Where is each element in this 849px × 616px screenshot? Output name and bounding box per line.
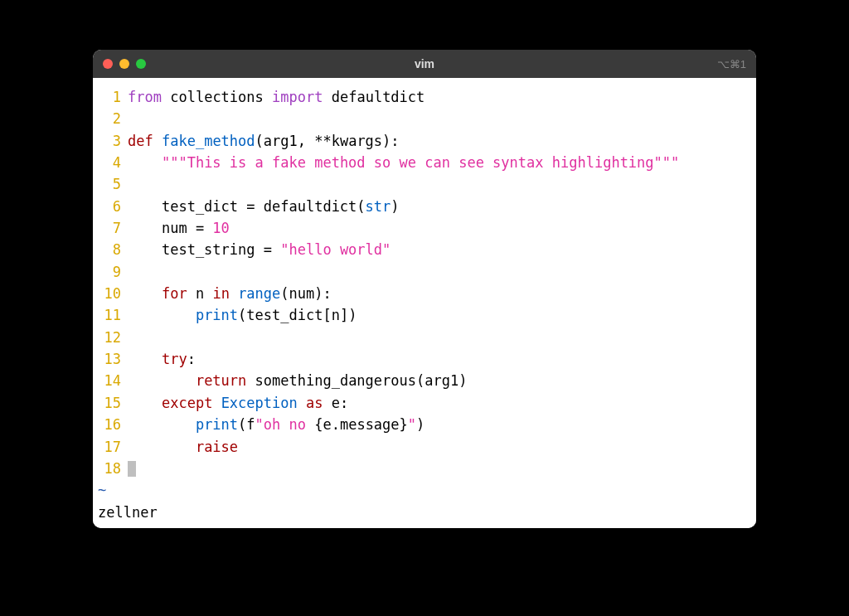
token	[264, 89, 272, 105]
token: return	[196, 372, 246, 389]
line-number: 18	[93, 458, 128, 479]
code-content: return something_dangerous(arg1)	[128, 370, 756, 391]
token: num =	[128, 220, 212, 236]
code-line: 1from collections import defaultdict	[93, 86, 756, 108]
code-line: 13 try:	[93, 348, 756, 370]
code-line: 14 return something_dangerous(arg1)	[93, 370, 756, 391]
token: collections	[170, 89, 264, 105]
code-content: from collections import defaultdict	[128, 86, 756, 108]
code-line: 5	[93, 173, 756, 195]
line-number: 17	[93, 436, 128, 458]
token	[128, 439, 196, 455]
code-line: 6 test_dict = defaultdict(str)	[93, 196, 756, 217]
line-number: 13	[93, 348, 128, 370]
token	[323, 89, 331, 105]
token: (test_dict[n])	[238, 307, 357, 323]
code-line: 11 print(test_dict[n])	[93, 304, 756, 326]
token	[128, 395, 162, 411]
line-number: 15	[93, 392, 128, 414]
token: Exception	[221, 395, 298, 411]
window-title: vim	[93, 57, 756, 70]
token	[230, 285, 238, 302]
token: try	[162, 351, 187, 367]
code-line: 2	[93, 108, 756, 129]
token: "	[408, 416, 416, 433]
code-line: 4 """This is a fake method so we can see…	[93, 152, 756, 173]
token	[212, 395, 221, 411]
code-content	[128, 458, 756, 479]
line-number: 3	[93, 130, 128, 152]
line-number: 11	[93, 304, 128, 326]
line-number: 6	[93, 196, 128, 217]
line-number: 9	[93, 261, 128, 283]
code-line: 16 print(f"oh no {e.message}")	[93, 414, 756, 435]
minimize-icon[interactable]	[119, 59, 129, 69]
token: )	[391, 198, 399, 215]
token: (f	[238, 416, 255, 433]
token: "oh no	[255, 416, 315, 433]
line-number: 16	[93, 414, 128, 435]
code-lines: 1from collections import defaultdict23de…	[93, 86, 756, 479]
code-line: 10 for n in range(num):	[93, 283, 756, 304]
titlebar: vim ⌥⌘1	[93, 50, 756, 78]
line-number: 14	[93, 370, 128, 391]
token	[128, 307, 196, 323]
status-line: zellner	[93, 502, 756, 528]
token: 10	[212, 220, 229, 236]
line-number: 8	[93, 239, 128, 260]
token: defaultdict	[332, 89, 425, 105]
token: something_dangerous(arg1)	[246, 372, 467, 389]
token: str	[366, 198, 391, 215]
token	[128, 154, 162, 171]
code-content	[128, 327, 756, 348]
token	[128, 416, 196, 433]
token: (arg1, **kwargs):	[255, 133, 400, 149]
token: def	[128, 133, 153, 149]
terminal-window: vim ⌥⌘1 1from collections import default…	[93, 50, 756, 528]
code-content: num = 10	[128, 217, 756, 239]
window-controls	[103, 59, 146, 69]
token	[162, 89, 170, 105]
code-line: 17 raise	[93, 436, 756, 458]
token	[298, 395, 306, 411]
line-number: 4	[93, 152, 128, 173]
token: (num):	[280, 285, 331, 302]
code-content: """This is a fake method so we can see s…	[128, 152, 756, 173]
code-content: except Exception as e:	[128, 392, 756, 414]
code-line: 8 test_string = "hello world"	[93, 239, 756, 260]
code-line: 15 except Exception as e:	[93, 392, 756, 414]
code-content: def fake_method(arg1, **kwargs):	[128, 130, 756, 152]
code-line: 9	[93, 261, 756, 283]
code-content: raise	[128, 436, 756, 458]
token: :	[187, 351, 196, 367]
token	[128, 285, 162, 302]
token	[128, 351, 162, 367]
window-shortcut-label: ⌥⌘1	[717, 58, 746, 70]
token: print	[196, 416, 238, 433]
code-line: 18	[93, 458, 756, 479]
token: except	[162, 395, 212, 411]
code-line: 7 num = 10	[93, 217, 756, 239]
code-content	[128, 173, 756, 195]
token: print	[196, 307, 238, 323]
line-number: 10	[93, 283, 128, 304]
code-content: test_string = "hello world"	[128, 239, 756, 260]
token: from	[128, 89, 162, 105]
code-content: for n in range(num):	[128, 283, 756, 304]
token: raise	[196, 439, 238, 455]
line-number: 2	[93, 108, 128, 129]
close-icon[interactable]	[103, 59, 113, 69]
line-number: 5	[93, 173, 128, 195]
line-number: 12	[93, 327, 128, 348]
token: in	[212, 285, 229, 302]
token: test_dict = defaultdict(	[128, 198, 366, 215]
code-content	[128, 108, 756, 129]
token	[128, 372, 196, 389]
cursor	[128, 461, 136, 477]
editor-viewport[interactable]: 1from collections import defaultdict23de…	[93, 78, 756, 528]
code-content	[128, 261, 756, 283]
token: {e.message}	[314, 416, 408, 433]
token: n	[187, 285, 213, 302]
zoom-icon[interactable]	[136, 59, 146, 69]
code-content: print(f"oh no {e.message}")	[128, 414, 756, 435]
